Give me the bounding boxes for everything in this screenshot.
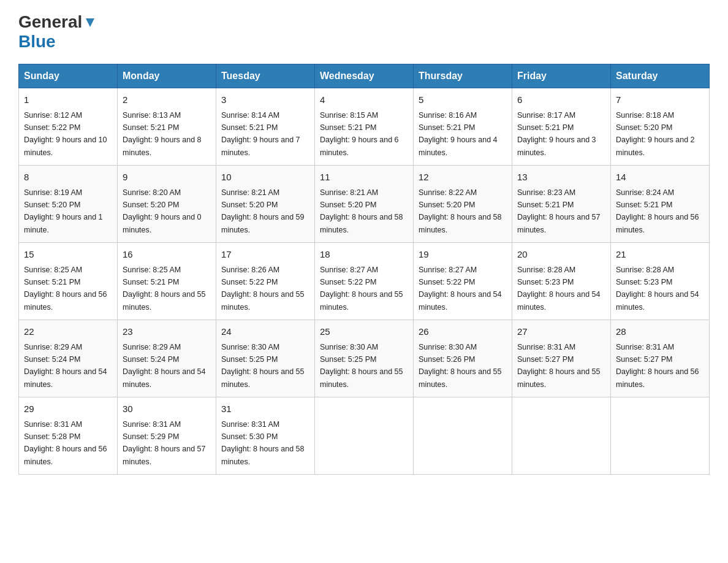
day-cell: 21 Sunrise: 8:28 AMSunset: 5:23 PMDaylig…: [611, 243, 710, 320]
svg-marker-0: [86, 18, 94, 27]
day-number: 27: [517, 325, 605, 339]
day-number: 5: [419, 93, 507, 107]
page-header: General Blue: [18, 12, 710, 52]
day-cell: 8 Sunrise: 8:19 AMSunset: 5:20 PMDayligh…: [19, 166, 118, 243]
week-row-1: 1 Sunrise: 8:12 AMSunset: 5:22 PMDayligh…: [19, 88, 710, 166]
week-row-5: 29 Sunrise: 8:31 AMSunset: 5:28 PMDaylig…: [19, 397, 710, 475]
day-cell: 12 Sunrise: 8:22 AMSunset: 5:20 PMDaylig…: [414, 166, 512, 243]
day-info: Sunrise: 8:20 AMSunset: 5:20 PMDaylight:…: [123, 188, 202, 234]
day-number: 16: [123, 248, 211, 262]
day-number: 25: [320, 325, 408, 339]
day-number: 26: [419, 325, 507, 339]
day-cell: 16 Sunrise: 8:25 AMSunset: 5:21 PMDaylig…: [118, 243, 216, 320]
day-info: Sunrise: 8:27 AMSunset: 5:22 PMDaylight:…: [419, 266, 502, 312]
day-cell: [512, 397, 611, 475]
day-number: 11: [320, 170, 408, 185]
day-number: 30: [123, 402, 211, 416]
logo-arrow-icon: [83, 16, 97, 29]
day-cell: 29 Sunrise: 8:31 AMSunset: 5:28 PMDaylig…: [19, 397, 118, 475]
day-info: Sunrise: 8:19 AMSunset: 5:20 PMDaylight:…: [24, 188, 103, 234]
day-info: Sunrise: 8:26 AMSunset: 5:22 PMDaylight:…: [221, 266, 305, 312]
week-row-2: 8 Sunrise: 8:19 AMSunset: 5:20 PMDayligh…: [19, 166, 710, 243]
day-cell: [315, 397, 414, 475]
day-info: Sunrise: 8:30 AMSunset: 5:25 PMDaylight:…: [320, 343, 403, 389]
day-info: Sunrise: 8:31 AMSunset: 5:30 PMDaylight:…: [221, 420, 305, 466]
weekday-header-wednesday: Wednesday: [315, 64, 414, 88]
day-info: Sunrise: 8:31 AMSunset: 5:29 PMDaylight:…: [123, 420, 206, 466]
logo-text-blue: Blue: [18, 32, 56, 52]
day-info: Sunrise: 8:23 AMSunset: 5:21 PMDaylight:…: [517, 188, 601, 234]
day-number: 15: [24, 248, 112, 262]
day-cell: 31 Sunrise: 8:31 AMSunset: 5:30 PMDaylig…: [216, 397, 315, 475]
day-number: 14: [616, 170, 704, 185]
day-info: Sunrise: 8:17 AMSunset: 5:21 PMDaylight:…: [517, 111, 596, 157]
day-cell: [611, 397, 710, 475]
day-number: 12: [419, 170, 507, 185]
day-cell: 30 Sunrise: 8:31 AMSunset: 5:29 PMDaylig…: [118, 397, 216, 475]
day-cell: 27 Sunrise: 8:31 AMSunset: 5:27 PMDaylig…: [512, 320, 611, 397]
day-number: 10: [221, 170, 309, 185]
day-cell: 28 Sunrise: 8:31 AMSunset: 5:27 PMDaylig…: [611, 320, 710, 397]
day-info: Sunrise: 8:25 AMSunset: 5:21 PMDaylight:…: [24, 266, 107, 312]
weekday-header-row: SundayMondayTuesdayWednesdayThursdayFrid…: [19, 64, 710, 88]
day-cell: 5 Sunrise: 8:16 AMSunset: 5:21 PMDayligh…: [414, 88, 512, 166]
day-cell: 1 Sunrise: 8:12 AMSunset: 5:22 PMDayligh…: [19, 88, 118, 166]
logo: General Blue: [18, 12, 97, 52]
day-number: 17: [221, 248, 309, 262]
day-cell: 15 Sunrise: 8:25 AMSunset: 5:21 PMDaylig…: [19, 243, 118, 320]
calendar-header: SundayMondayTuesdayWednesdayThursdayFrid…: [19, 64, 710, 88]
day-info: Sunrise: 8:18 AMSunset: 5:20 PMDaylight:…: [616, 111, 695, 157]
weekday-header-friday: Friday: [512, 64, 611, 88]
day-info: Sunrise: 8:22 AMSunset: 5:20 PMDaylight:…: [419, 188, 502, 234]
day-info: Sunrise: 8:21 AMSunset: 5:20 PMDaylight:…: [221, 188, 305, 234]
logo-text-general: General: [18, 12, 82, 32]
day-number: 13: [517, 170, 605, 185]
day-info: Sunrise: 8:29 AMSunset: 5:24 PMDaylight:…: [123, 343, 206, 389]
day-info: Sunrise: 8:29 AMSunset: 5:24 PMDaylight:…: [24, 343, 107, 389]
day-number: 18: [320, 248, 408, 262]
day-cell: 3 Sunrise: 8:14 AMSunset: 5:21 PMDayligh…: [216, 88, 315, 166]
day-info: Sunrise: 8:31 AMSunset: 5:28 PMDaylight:…: [24, 420, 107, 466]
day-cell: 22 Sunrise: 8:29 AMSunset: 5:24 PMDaylig…: [19, 320, 118, 397]
day-number: 2: [123, 93, 211, 107]
day-info: Sunrise: 8:31 AMSunset: 5:27 PMDaylight:…: [517, 343, 601, 389]
day-cell: 2 Sunrise: 8:13 AMSunset: 5:21 PMDayligh…: [118, 88, 216, 166]
day-info: Sunrise: 8:27 AMSunset: 5:22 PMDaylight:…: [320, 266, 403, 312]
day-info: Sunrise: 8:30 AMSunset: 5:26 PMDaylight:…: [419, 343, 502, 389]
day-cell: 25 Sunrise: 8:30 AMSunset: 5:25 PMDaylig…: [315, 320, 414, 397]
day-cell: 17 Sunrise: 8:26 AMSunset: 5:22 PMDaylig…: [216, 243, 315, 320]
day-number: 22: [24, 325, 112, 339]
day-cell: [414, 397, 512, 475]
week-row-3: 15 Sunrise: 8:25 AMSunset: 5:21 PMDaylig…: [19, 243, 710, 320]
day-number: 8: [24, 170, 112, 185]
day-cell: 10 Sunrise: 8:21 AMSunset: 5:20 PMDaylig…: [216, 166, 315, 243]
day-cell: 14 Sunrise: 8:24 AMSunset: 5:21 PMDaylig…: [611, 166, 710, 243]
weekday-header-thursday: Thursday: [414, 64, 512, 88]
day-number: 1: [24, 93, 112, 107]
week-row-4: 22 Sunrise: 8:29 AMSunset: 5:24 PMDaylig…: [19, 320, 710, 397]
weekday-header-monday: Monday: [118, 64, 216, 88]
day-number: 23: [123, 325, 211, 339]
day-info: Sunrise: 8:16 AMSunset: 5:21 PMDaylight:…: [419, 111, 498, 157]
weekday-header-saturday: Saturday: [611, 64, 710, 88]
day-number: 4: [320, 93, 408, 107]
day-cell: 23 Sunrise: 8:29 AMSunset: 5:24 PMDaylig…: [118, 320, 216, 397]
day-info: Sunrise: 8:12 AMSunset: 5:22 PMDaylight:…: [24, 111, 107, 157]
day-info: Sunrise: 8:14 AMSunset: 5:21 PMDaylight:…: [221, 111, 300, 157]
day-number: 21: [616, 248, 704, 262]
day-cell: 13 Sunrise: 8:23 AMSunset: 5:21 PMDaylig…: [512, 166, 611, 243]
day-number: 29: [24, 402, 112, 416]
day-number: 9: [123, 170, 211, 185]
day-number: 3: [221, 93, 309, 107]
calendar-body: 1 Sunrise: 8:12 AMSunset: 5:22 PMDayligh…: [19, 88, 710, 475]
day-cell: 11 Sunrise: 8:21 AMSunset: 5:20 PMDaylig…: [315, 166, 414, 243]
weekday-header-sunday: Sunday: [19, 64, 118, 88]
day-cell: 20 Sunrise: 8:28 AMSunset: 5:23 PMDaylig…: [512, 243, 611, 320]
day-number: 24: [221, 325, 309, 339]
day-info: Sunrise: 8:15 AMSunset: 5:21 PMDaylight:…: [320, 111, 399, 157]
day-number: 7: [616, 93, 704, 107]
day-info: Sunrise: 8:24 AMSunset: 5:21 PMDaylight:…: [616, 188, 699, 234]
day-number: 19: [419, 248, 507, 262]
day-cell: 6 Sunrise: 8:17 AMSunset: 5:21 PMDayligh…: [512, 88, 611, 166]
day-cell: 18 Sunrise: 8:27 AMSunset: 5:22 PMDaylig…: [315, 243, 414, 320]
